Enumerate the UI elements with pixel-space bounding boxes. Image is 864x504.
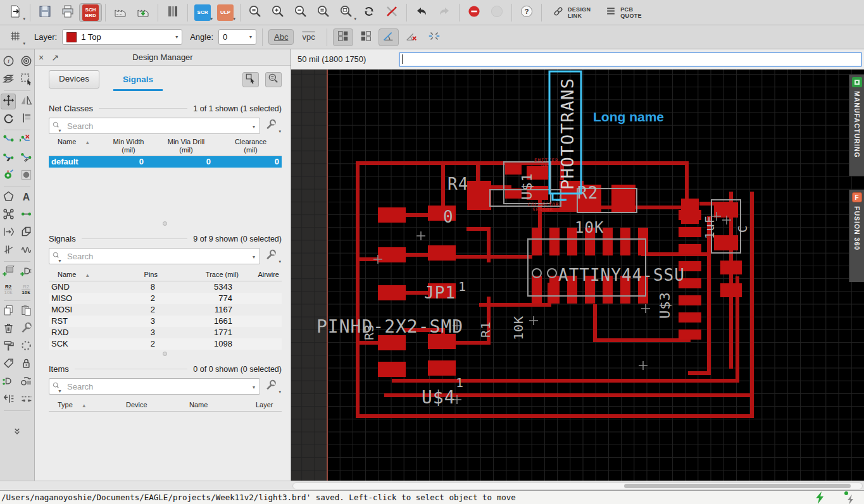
schematic-board-toggle-button[interactable]: SCHBRD [79,3,102,22]
silkscreen-label[interactable]: SENSOR [532,207,553,212]
angle-delete-button[interactable] [401,28,422,46]
pinswap-tool-button[interactable] [1,392,16,408]
items-search-input[interactable] [67,382,247,391]
optimize-tool-button[interactable] [18,392,34,408]
add-part-tool-button[interactable] [1,264,16,280]
mirror-tool-button[interactable] [18,94,34,109]
highlight-button[interactable] [424,28,444,46]
net-classes-search-input[interactable] [67,121,247,131]
move-tool-button[interactable] [1,94,16,109]
selected-component-label[interactable]: PHOTOTRANS [558,77,577,190]
display-mode-outline-button[interactable] [356,28,376,46]
stop-button[interactable] [463,3,485,22]
zoom-select-button[interactable] [312,3,335,22]
signal-row[interactable]: MISO2774 [49,293,282,304]
column-header[interactable]: Name▲ [49,271,120,280]
paste-tool-button[interactable] [18,304,34,319]
silkscreen-label[interactable]: ATTINY44-SSU [558,266,685,285]
long-name-annotation[interactable]: Long name [593,109,664,124]
column-header[interactable]: Min Via Drill (mil) [153,138,220,154]
signal-tool-button[interactable] [1,207,16,223]
dimension-tool-button[interactable] [1,225,16,241]
value-tool-tool-button[interactable]: R210k [18,282,34,298]
manufacturing-tab[interactable]: MANUFACTURING [849,75,864,176]
column-header[interactable]: Name▲ [49,138,104,154]
section-resize-handle[interactable] [163,221,167,226]
detach-panel-button[interactable]: ↗ [47,52,63,63]
outline-tool-button[interactable] [18,225,34,241]
delete-tool-button[interactable] [1,321,16,337]
silkscreen-label[interactable]: 0 [443,207,454,226]
layer-select[interactable]: 1 Top ▾ [62,29,182,45]
help-button[interactable]: ? [515,3,538,22]
run-script-button[interactable]: SCR▾ [191,3,214,22]
meander-tool-button[interactable] [18,243,34,259]
print-button[interactable] [56,3,79,22]
label-tool-button[interactable] [1,357,16,372]
change-tool-button[interactable] [18,321,34,337]
undo-button[interactable] [410,3,433,22]
paint-tool-button[interactable] [1,339,16,355]
vpc-button[interactable]: vpc [296,29,320,45]
column-header[interactable]: Layer [247,401,282,410]
fusion-360-tab[interactable]: F FUSION 360 [849,190,864,282]
scrollbar-thumb[interactable] [624,484,851,488]
via-tool-button[interactable] [1,168,16,184]
net-class-row[interactable]: default000 [49,156,282,168]
silkscreen-label[interactable]: GH [541,163,548,168]
mark-tool-button[interactable] [18,111,34,127]
silkscreen-label[interactable]: U$1 [519,173,535,200]
close-panel-button[interactable]: × [35,52,47,63]
items-settings-button[interactable]: ▾ [260,378,282,395]
silkscreen-label[interactable]: C [736,225,749,233]
horizontal-scrollbar[interactable] [292,482,863,489]
refresh-button[interactable] [358,3,380,22]
zoom-out-button[interactable] [289,3,312,22]
gateswap-tool-button[interactable] [1,374,16,390]
zoom-fit-button[interactable] [244,3,266,22]
angle-select[interactable]: 0 ▾ [218,29,256,45]
text-tool-button[interactable]: A [18,190,34,206]
slice-tool-button[interactable] [1,243,16,259]
show-tool-button[interactable] [18,54,34,70]
record-button[interactable] [485,3,508,22]
silkscreen-label[interactable]: R3 [361,324,377,340]
ripup-tool-button[interactable] [18,133,34,149]
run-ulp-button[interactable]: ULP▾ [214,3,237,22]
grid-settings-button[interactable]: ▾ [4,28,27,47]
signal-row[interactable]: SCK21098 [49,338,282,350]
signal-row[interactable]: RXD31771 [49,327,282,338]
items-searchbox[interactable]: ▼ ▾ [49,378,260,395]
abc-text-size-button[interactable]: Abc [268,29,294,45]
column-header[interactable]: Name [180,401,247,410]
zoom-redraw-button[interactable]: ▾ [335,3,358,22]
silkscreen-label[interactable]: 1 [458,279,466,294]
angle-measure-button[interactable] [379,28,399,46]
column-header[interactable]: Type▲ [49,401,117,410]
redo-button[interactable] [433,3,456,22]
cam-output-button[interactable] [132,3,154,22]
column-header[interactable]: Trace (mil) [160,271,241,280]
split-tool-button[interactable] [1,151,16,166]
design-link-button[interactable]: DESIGNLINK [545,3,598,22]
silkscreen-label[interactable]: 10K [511,316,526,340]
silkscreen-label[interactable]: 10K [575,219,604,237]
silkscreen-label[interactable]: U$4 [422,387,456,408]
column-header[interactable]: Pins [120,271,160,280]
net-classes-searchbox[interactable]: ▼ ▾ [49,118,260,134]
tab-signals[interactable]: Signals [113,71,163,91]
copy-tool-button[interactable] [1,304,16,319]
miter-tool-button[interactable] [18,151,34,166]
rotate-tool-button[interactable] [1,111,16,127]
wire-tool-button[interactable] [18,207,34,223]
silkscreen-label[interactable]: 1uF [703,216,717,239]
silkscreen-label[interactable]: PINHD-2X2-SMD [316,316,463,337]
signals-search-input[interactable] [67,252,247,261]
signals-searchbox[interactable]: ▼ ▾ [49,248,260,264]
polygon-tool-button[interactable] [1,190,16,206]
column-header[interactable]: Airwire [241,271,282,280]
silkscreen-label[interactable]: JP1 [424,283,456,302]
info-tool-button[interactable]: i [1,54,16,70]
silkscreen-label[interactable]: R4 [448,175,468,194]
zoom-in-button[interactable] [266,3,289,22]
